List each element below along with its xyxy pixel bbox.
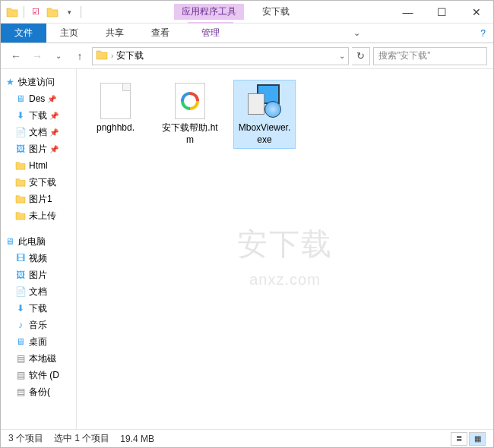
tree-item[interactable]: 未上传: [1, 207, 76, 224]
file-list[interactable]: pnghhbd.安下载帮助.htmMboxViewer.exe 安下载 anxz…: [77, 69, 493, 429]
file-item[interactable]: 安下载帮助.htm: [159, 80, 221, 149]
tree-label: 软件 (D: [29, 369, 59, 382]
chevron-down-icon[interactable]: ⌄: [339, 52, 345, 60]
icons-view-button[interactable]: ▦: [469, 432, 486, 446]
tree-quick-access[interactable]: ★ 快速访问: [1, 74, 76, 90]
checkbox-icon[interactable]: ☑: [29, 5, 43, 19]
tree-label: Des: [29, 93, 45, 104]
tab-file[interactable]: 文件: [1, 24, 46, 43]
window-controls: — ☐ ✕: [391, 1, 493, 24]
chevron-right-icon[interactable]: ›: [111, 52, 113, 60]
title-bar: ☑ ▾ 应用程序工具 安下载 — ☐ ✕: [1, 1, 493, 24]
minimize-button[interactable]: —: [391, 1, 425, 24]
download-icon: ⬇: [14, 109, 27, 121]
tree-label: 桌面: [29, 336, 47, 349]
star-icon: ★: [4, 76, 16, 88]
folder-icon: [96, 49, 108, 62]
video-icon: 🎞: [14, 252, 27, 264]
tree-item[interactable]: Html: [1, 157, 76, 174]
contextual-tab-header: 应用程序工具: [174, 4, 244, 20]
details-view-button[interactable]: ≣: [451, 432, 467, 446]
help-icon[interactable]: ?: [480, 24, 493, 43]
tree-item[interactable]: 📄文档📌: [1, 124, 76, 140]
search-input[interactable]: 搜索"安下载": [373, 47, 487, 65]
tree-label: 文档: [29, 286, 47, 298]
back-button[interactable]: ←: [7, 47, 25, 65]
folder-icon: [14, 159, 27, 172]
disk-icon: ▤: [14, 352, 27, 364]
folder-icon: [14, 193, 27, 205]
window-title: 安下载: [262, 5, 290, 18]
dropdown-icon[interactable]: ▾: [62, 5, 76, 19]
tree-label: 视频: [29, 252, 47, 265]
divider: [81, 6, 81, 18]
tree-item[interactable]: 🎞视频: [1, 250, 76, 267]
file-label: pnghhbd.: [97, 122, 135, 134]
quick-access-toolbar: ☑ ▾: [1, 5, 83, 19]
up-button[interactable]: ↑: [71, 47, 89, 65]
folder-icon: [14, 176, 27, 188]
search-placeholder: 搜索"安下载": [378, 49, 431, 62]
breadcrumb[interactable]: › 安下载 ⌄: [92, 47, 349, 65]
address-bar: ← → ⌄ ↑ › 安下载 ⌄ ↻ 搜索"安下载": [1, 43, 493, 69]
navigation-pane[interactable]: ★ 快速访问 🖥Des📌⬇下载📌📄文档📌🖼图片📌Html安下载图片1未上传 🖥 …: [1, 69, 77, 429]
tree-label: 下载: [29, 302, 47, 315]
document-icon: 📄: [14, 286, 27, 298]
pc-icon: 🖥: [4, 235, 16, 248]
maximize-button[interactable]: ☐: [425, 1, 459, 24]
breadcrumb-item[interactable]: 安下载: [116, 49, 144, 62]
tab-manage[interactable]: 管理: [188, 22, 233, 43]
tree-label: 快速访问: [18, 76, 55, 89]
tab-share[interactable]: 共享: [92, 24, 138, 43]
tree-label: 图片1: [29, 193, 52, 206]
tree-label: 音乐: [29, 319, 47, 332]
tree-item[interactable]: 🖼图片: [1, 267, 76, 283]
tree-label: 备份(: [29, 386, 50, 399]
file-item[interactable]: MboxViewer.exe: [233, 80, 296, 149]
folder-icon: [14, 210, 27, 222]
tree-item[interactable]: ⬇下载: [1, 300, 76, 317]
file-icon: [97, 83, 134, 119]
tree-item[interactable]: 🖥Des📌: [1, 90, 76, 107]
file-label: 安下载帮助.htm: [162, 122, 218, 146]
watermark: 安下载 anxz.com: [237, 223, 333, 289]
close-button[interactable]: ✕: [459, 1, 493, 24]
forward-button[interactable]: →: [28, 47, 46, 65]
tree-item[interactable]: 🖼图片📌: [1, 140, 76, 157]
music-icon: ♪: [14, 319, 27, 331]
download-icon: ⬇: [14, 302, 27, 314]
tree-item[interactable]: ▤软件 (D: [1, 367, 76, 383]
tree-item[interactable]: ▤备份(: [1, 383, 76, 400]
file-icon: [172, 83, 208, 119]
document-icon: 📄: [14, 126, 27, 138]
selection-count: 选中 1 个项目: [54, 432, 109, 445]
tree-item[interactable]: 📄文档: [1, 283, 76, 300]
tree-item[interactable]: 🖥桌面: [1, 333, 76, 350]
tab-home[interactable]: 主页: [46, 24, 92, 43]
picture-icon: 🖼: [14, 143, 27, 155]
file-icon: [246, 83, 283, 119]
main-area: ★ 快速访问 🖥Des📌⬇下载📌📄文档📌🖼图片📌Html安下载图片1未上传 🖥 …: [1, 69, 493, 429]
folder-icon[interactable]: [5, 5, 19, 19]
file-label: MboxViewer.exe: [236, 122, 293, 146]
recent-dropdown-icon[interactable]: ⌄: [49, 47, 68, 65]
tree-item[interactable]: 安下载: [1, 174, 76, 191]
tree-item[interactable]: ▤本地磁: [1, 350, 76, 367]
refresh-button[interactable]: ↻: [352, 47, 370, 65]
tree-label: 未上传: [29, 210, 56, 222]
tree-label: 下载: [29, 109, 47, 122]
tree-label: 安下载: [29, 176, 56, 189]
item-count: 3 个项目: [8, 432, 43, 445]
ribbon-tabs: 文件 主页 共享 查看 管理 ⌄ ?: [1, 24, 493, 43]
tree-item[interactable]: ⬇下载📌: [1, 107, 76, 124]
folder-icon[interactable]: [46, 5, 59, 19]
tree-this-pc[interactable]: 🖥 此电脑: [1, 233, 76, 250]
disk-icon: ▤: [14, 369, 27, 381]
desktop-icon: 🖥: [14, 336, 27, 348]
tab-view[interactable]: 查看: [138, 24, 183, 43]
tree-item[interactable]: 图片1: [1, 191, 76, 207]
tree-label: 文档: [29, 126, 47, 139]
file-item[interactable]: pnghhbd.: [84, 80, 147, 149]
tree-item[interactable]: ♪音乐: [1, 317, 76, 333]
ribbon-expand-icon[interactable]: ⌄: [346, 24, 368, 43]
